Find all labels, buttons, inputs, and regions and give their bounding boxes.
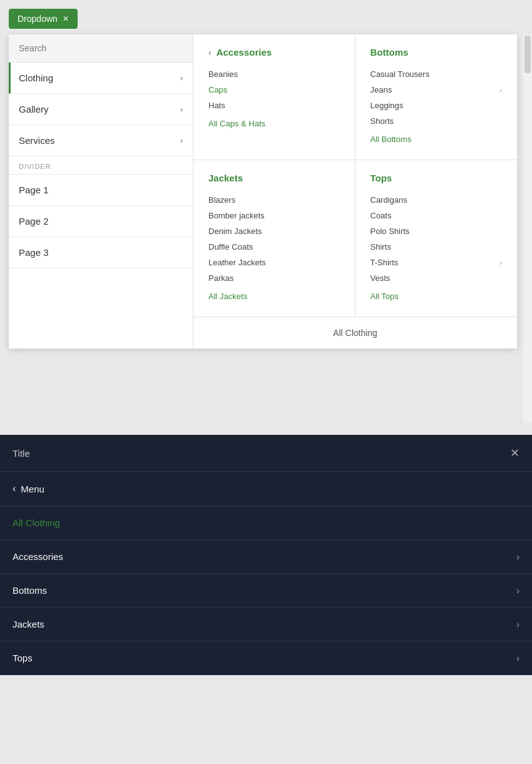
scrollbar-thumb[interactable] [524, 36, 531, 73]
chevron-right-icon: › [180, 136, 183, 145]
mega-col-tops: Tops Cardigans Coats Polo Shirts Shirts … [356, 160, 518, 317]
list-item[interactable]: Coats [371, 208, 503, 223]
list-item[interactable]: Duffle Coats [208, 239, 340, 255]
mobile-nav-bottoms[interactable]: Bottoms › [0, 574, 532, 608]
jackets-header[interactable]: Jackets [208, 173, 243, 183]
list-item[interactable]: Leather Jackets [208, 255, 340, 270]
all-clothing-bar: All Clothing [193, 317, 517, 349]
mega-menu-top-row: ‹ Accessories Beanies Caps Hats All Caps… [193, 34, 517, 160]
list-item[interactable]: Blazers [208, 192, 340, 208]
list-item[interactable]: Shorts [371, 113, 503, 129]
mobile-title-bar: Title ✕ [0, 435, 532, 472]
list-item[interactable]: T-Shirts › [371, 255, 503, 270]
chevron-right-icon: › [516, 552, 519, 562]
close-icon[interactable]: ✕ [63, 14, 69, 23]
mobile-menu: Title ✕ ‹ Menu All Clothing Accessories … [0, 435, 532, 675]
list-item[interactable]: Cardigans [371, 192, 503, 208]
sidebar-item-page1[interactable]: Page 1 [9, 175, 193, 206]
mega-col-jackets: Jackets Blazers Bomber jackets Denim Jac… [193, 160, 356, 317]
chevron-right-icon: › [499, 259, 502, 267]
mega-menu: ‹ Accessories Beanies Caps Hats All Caps… [193, 34, 517, 349]
close-icon[interactable]: ✕ [510, 446, 519, 460]
list-item[interactable]: Bomber jackets [208, 208, 340, 223]
bottoms-header[interactable]: Bottoms [371, 47, 409, 58]
chevron-right-icon: › [499, 86, 502, 94]
bottoms-list: Casual Trousers Jeans › Leggings Shorts … [371, 66, 503, 147]
list-item[interactable]: Leggings [371, 98, 503, 113]
mega-menu-bottom-row: Jackets Blazers Bomber jackets Denim Jac… [193, 160, 517, 317]
sidebar-item-services[interactable]: Services › [9, 125, 193, 156]
accessories-list: Beanies Caps Hats All Caps & Hats [208, 66, 340, 131]
tops-list: Cardigans Coats Polo Shirts Shirts T-Shi… [371, 192, 503, 304]
dropdown-button[interactable]: Dropdown ✕ [9, 9, 78, 29]
back-arrow-icon: ‹ [13, 483, 16, 494]
dropdown-label: Dropdown [18, 14, 58, 24]
sidebar-item-clothing[interactable]: Clothing › [9, 63, 193, 94]
mobile-all-clothing-link[interactable]: All Clothing [0, 506, 532, 540]
divider-label: DIVIDER [9, 156, 193, 175]
list-item[interactable]: Denim Jackets [208, 223, 340, 239]
mobile-back-button[interactable]: ‹ Menu [0, 472, 532, 506]
search-input[interactable] [9, 34, 193, 63]
accessories-header[interactable]: Accessories [212, 47, 340, 58]
list-item[interactable]: All Jackets [208, 288, 340, 304]
list-item[interactable]: Parkas [208, 270, 340, 286]
list-item[interactable]: All Bottoms [371, 131, 503, 147]
list-item[interactable]: Jeans › [371, 82, 503, 98]
list-item[interactable]: Beanies [208, 66, 340, 82]
chevron-right-icon: › [180, 104, 183, 114]
chevron-right-icon: › [516, 653, 519, 663]
chevron-right-icon: › [516, 586, 519, 596]
list-item[interactable]: All Caps & Hats [208, 116, 340, 131]
list-item[interactable]: Caps [208, 82, 340, 98]
list-item[interactable]: Hats [208, 98, 340, 113]
list-item[interactable]: All Tops [371, 288, 503, 304]
chevron-right-icon: › [180, 73, 183, 83]
mega-col-accessories: ‹ Accessories Beanies Caps Hats All Caps… [193, 34, 356, 160]
sidebar-item-page2[interactable]: Page 2 [9, 206, 193, 237]
mega-col-bottoms: Bottoms Casual Trousers Jeans › Leggings… [356, 34, 518, 160]
sidebar-item-page3[interactable]: Page 3 [9, 237, 193, 268]
sidebar-item-gallery[interactable]: Gallery › [9, 94, 193, 125]
scrollbar-track[interactable] [523, 34, 532, 422]
list-item[interactable]: Casual Trousers [371, 66, 503, 82]
chevron-right-icon: › [516, 619, 519, 629]
mobile-nav-jackets[interactable]: Jackets › [0, 608, 532, 641]
jackets-list: Blazers Bomber jackets Denim Jackets Duf… [208, 192, 340, 304]
dropdown-container: Clothing › Gallery › Services › DIVIDER … [9, 34, 517, 349]
all-clothing-link[interactable]: All Clothing [333, 328, 377, 338]
list-item[interactable]: Polo Shirts [371, 223, 503, 239]
mobile-nav-tops[interactable]: Tops › [0, 641, 532, 675]
list-item[interactable]: Shirts [371, 239, 503, 255]
sidebar: Clothing › Gallery › Services › DIVIDER … [9, 34, 193, 349]
list-item[interactable]: Vests [371, 270, 503, 286]
mobile-back-label: Menu [21, 484, 44, 494]
tops-header[interactable]: Tops [371, 173, 392, 183]
mobile-title: Title [13, 448, 30, 459]
mobile-nav-accessories[interactable]: Accessories › [0, 540, 532, 574]
